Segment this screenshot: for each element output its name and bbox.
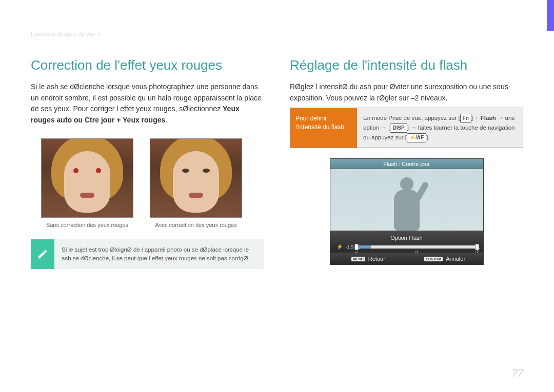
page-number: 77 [512,366,523,380]
photo-comparison: Sans correction des yeux rouges Avec cor… [41,138,264,228]
tick-mid: 0 [416,250,418,254]
photo-before: Sans correction des yeux rouges [41,138,133,228]
right-column: Réglage de l'intensité du flash RØglez l… [290,57,523,269]
flash-slider[interactable]: ⚡ -1.5 − + -2 0 +2 [337,244,477,250]
camera-footer: MENU Retour CUSTOM Annuler [330,253,483,264]
tick-low: -2 [354,250,358,254]
flash-value: -1.5 [346,244,354,250]
menu-key-icon: MENU [351,257,365,261]
flash-icon: ⚡ [337,244,343,250]
pen-icon [31,239,54,270]
left-column: Correction de l'effet yeux rouges Si le … [31,57,264,269]
option-flash-label: Option Flash [337,235,477,241]
instruction-steps: En mode Prise de vue, appuyez sur [Fn]→ … [357,108,523,148]
camera-screen: Flash : Contre jour Option Flash ⚡ -1.5 … [330,158,484,265]
instruction-box: Pour définir l'intensité du flash En mod… [290,108,523,148]
section-title-redeye: Correction de l'effet yeux rouges [31,57,264,73]
breadcrumb: Fonctions de prise de vue > [31,31,523,37]
tick-high: +2 [474,250,479,254]
photo-after: Avec correction des yeux rouges [150,138,242,228]
camera-preview [330,169,483,231]
af-key: ⚡/AF [407,133,426,142]
fn-key: Fn [460,114,471,123]
section-tab [547,0,554,31]
portrait-without-correction [41,138,133,218]
caption-without: Sans correction des yeux rouges [41,222,133,228]
portrait-with-correction [150,138,242,218]
caption-with: Avec correction des yeux rouges [150,222,242,228]
note-text: Si le sujet est trop ØloignØ de l appare… [54,239,264,270]
disp-key: DISP [390,123,407,133]
note-box: Si le sujet est trop ØloignØ de l appare… [31,239,264,270]
custom-key-icon: CUSTOM [424,257,443,261]
camera-mode-title: Flash : Contre jour [330,159,483,169]
camera-option-panel: Option Flash ⚡ -1.5 − + -2 0 +2 [330,231,483,253]
section-title-flash: Réglage de l'intensité du flash [290,57,523,73]
menu-return-button[interactable]: MENU Retour [330,253,407,264]
redeye-paragraph: Si le ash se dØclenche lorsque vous phot… [31,81,264,126]
flash-paragraph: RØglez l intensitØ du ash pour Øviter un… [290,81,523,104]
custom-cancel-button[interactable]: CUSTOM Annuler [407,253,483,264]
instruction-label: Pour définir l'intensité du flash [290,108,357,148]
slider-track[interactable]: − + -2 0 +2 [357,245,477,249]
